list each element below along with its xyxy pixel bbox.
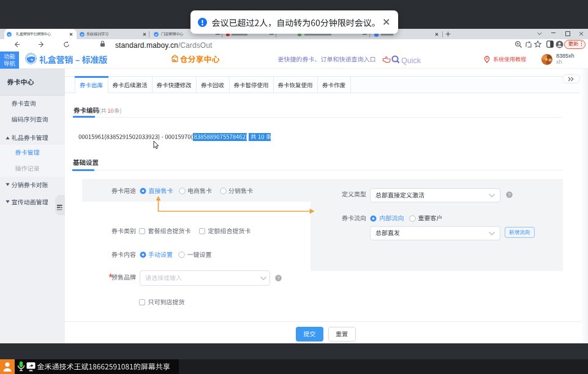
svg-text:?: ? xyxy=(508,192,511,197)
svg-text:?: ? xyxy=(277,275,280,281)
